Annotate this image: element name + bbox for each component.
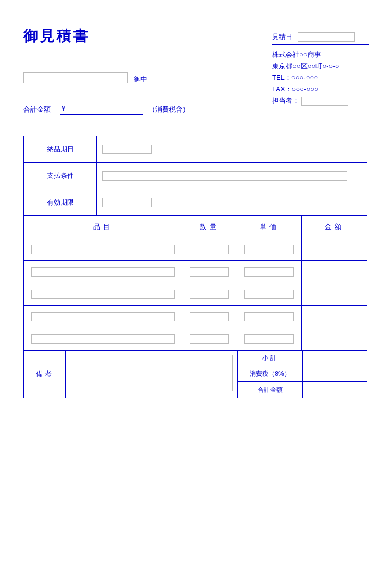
tax-value <box>303 366 367 381</box>
item-row <box>24 261 367 283</box>
currency-symbol: ￥ <box>60 104 67 113</box>
quote-date-input[interactable] <box>298 32 355 42</box>
amount-cell <box>302 283 367 305</box>
qty-input[interactable] <box>190 267 229 277</box>
item-input[interactable] <box>31 245 175 254</box>
item-input[interactable] <box>31 334 175 344</box>
person-input[interactable] <box>301 97 348 106</box>
item-input[interactable] <box>31 312 175 321</box>
amount-cell <box>302 238 367 260</box>
unit-input[interactable] <box>244 245 294 254</box>
tel-value: ○○○-○○○ <box>291 74 318 81</box>
payment-input[interactable] <box>102 171 347 181</box>
delivery-label: 納品期日 <box>24 136 97 162</box>
col-unit-header: 単価 <box>237 216 302 238</box>
unit-input[interactable] <box>244 334 294 344</box>
delivery-input[interactable] <box>102 145 152 154</box>
col-qty-header: 数量 <box>182 216 237 238</box>
amount-cell <box>302 261 367 283</box>
subtotal-value <box>303 351 367 366</box>
validity-label: 有効期限 <box>24 189 97 215</box>
notes-input[interactable] <box>70 355 233 391</box>
subtotal-label: 小計 <box>238 351 303 366</box>
item-row <box>24 283 367 306</box>
qty-input[interactable] <box>190 334 229 344</box>
quote-date-label: 見積日 <box>272 31 292 43</box>
document-title: 御見積書 <box>23 26 189 46</box>
company-address: 東京都○○区○○町○-○-○ <box>272 61 369 72</box>
client-honorific: 御中 <box>134 75 148 84</box>
unit-input[interactable] <box>244 312 294 321</box>
person-label: 担当者： <box>272 95 299 106</box>
unit-input[interactable] <box>244 267 294 277</box>
qty-input[interactable] <box>190 290 229 299</box>
total-label: 合計金額 <box>23 105 51 114</box>
company-name: 株式会社○○商事 <box>272 49 369 61</box>
quotation-table: 納品期日 支払条件 有効期限 品目 数量 単価 金額 <box>23 136 368 398</box>
client-name-input[interactable] <box>23 72 128 83</box>
qty-input[interactable] <box>190 312 229 321</box>
col-item-header: 品目 <box>24 216 182 238</box>
tax-included-note: （消費税含） <box>149 105 189 114</box>
fax-label: FAX： <box>272 85 292 93</box>
qty-input[interactable] <box>190 245 229 254</box>
grand-total-label: 合計金額 <box>238 382 303 398</box>
payment-label: 支払条件 <box>24 163 97 189</box>
item-row <box>24 238 367 261</box>
item-input[interactable] <box>31 290 175 299</box>
item-row <box>24 328 367 351</box>
amount-cell <box>302 328 367 350</box>
fax-value: ○○○-○○○ <box>292 85 318 93</box>
item-input[interactable] <box>31 267 175 277</box>
notes-label: 備考 <box>24 351 66 398</box>
grand-total-value <box>303 382 367 398</box>
col-amount-header: 金額 <box>302 216 367 238</box>
tax-label: 消費税（8%） <box>238 366 303 381</box>
unit-input[interactable] <box>244 290 294 299</box>
tel-label: TEL： <box>272 74 291 81</box>
amount-cell <box>302 306 367 328</box>
validity-input[interactable] <box>102 198 152 207</box>
item-row <box>24 306 367 328</box>
